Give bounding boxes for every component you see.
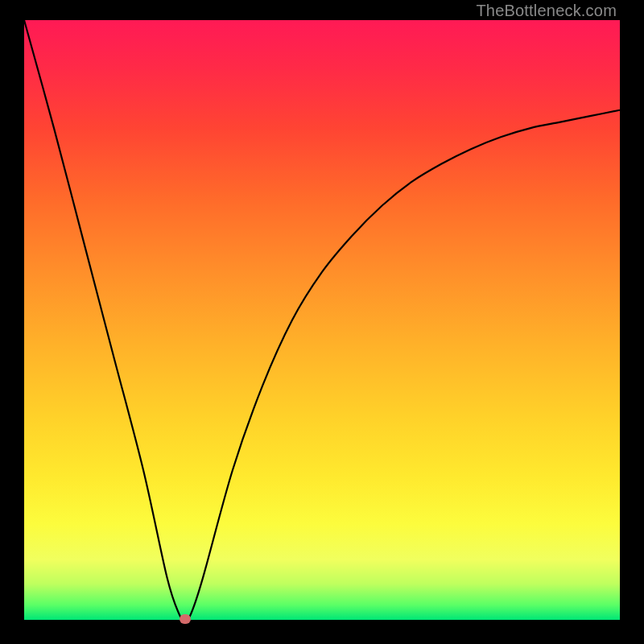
optimal-point-marker bbox=[180, 614, 191, 624]
plot-area bbox=[24, 20, 620, 620]
chart-frame: TheBottleneck.com bbox=[0, 0, 644, 644]
credit-text: TheBottleneck.com bbox=[476, 2, 617, 20]
bottleneck-curve bbox=[24, 20, 620, 620]
